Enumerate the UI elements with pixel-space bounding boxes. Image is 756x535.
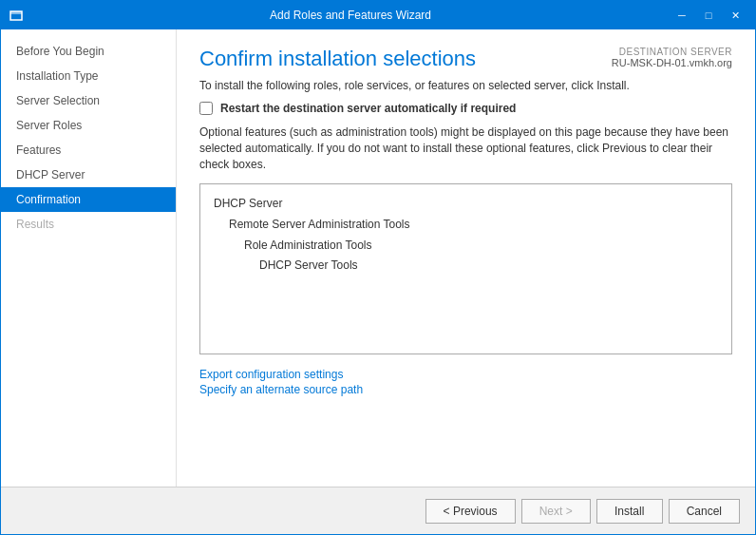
optional-text: Optional features (such as administratio… [199, 124, 732, 172]
features-list: DHCP Server Remote Server Administration… [199, 183, 732, 354]
window-icon [9, 8, 24, 23]
sidebar-item-dhcp-server[interactable]: DHCP Server [1, 162, 176, 187]
alternate-source-link[interactable]: Specify an alternate source path [199, 383, 732, 396]
sidebar-item-server-roles[interactable]: Server Roles [1, 113, 176, 138]
page-header: Confirm installation selections DESTINAT… [177, 29, 755, 79]
window-title: Add Roles and Features Wizard [31, 9, 670, 22]
sidebar-item-confirmation[interactable]: Confirmation [1, 187, 176, 212]
main-content: Before You Begin Installation Type Serve… [1, 29, 755, 487]
sidebar-item-before-you-begin[interactable]: Before You Begin [1, 39, 176, 64]
main-body: To install the following roles, role ser… [177, 79, 755, 487]
previous-button[interactable]: < Previous [425, 499, 516, 524]
instruction-text: To install the following roles, role ser… [199, 79, 732, 92]
sidebar-item-server-selection[interactable]: Server Selection [1, 88, 176, 113]
title-bar: Add Roles and Features Wizard ─ □ ✕ [1, 1, 755, 29]
cancel-button[interactable]: Cancel [669, 499, 740, 524]
feature-item-2: Role Administration Tools [244, 236, 718, 257]
next-button[interactable]: Next > [521, 499, 591, 524]
footer: < Previous Next > Install Cancel [1, 487, 755, 534]
main-panel: Confirm installation selections DESTINAT… [177, 29, 755, 487]
sidebar: Before You Begin Installation Type Serve… [1, 29, 177, 487]
restart-option: Restart the destination server automatic… [199, 102, 732, 115]
window-controls: ─ □ ✕ [670, 6, 747, 25]
destination-server-info: DESTINATION SERVER RU-MSK-DH-01.vmkh.org [612, 47, 732, 68]
restart-label[interactable]: Restart the destination server automatic… [220, 102, 516, 115]
close-button[interactable]: ✕ [723, 6, 747, 25]
sidebar-item-features[interactable]: Features [1, 138, 176, 162]
sidebar-item-results: Results [1, 212, 176, 237]
sidebar-item-installation-type[interactable]: Installation Type [1, 64, 176, 88]
destination-label: DESTINATION SERVER [612, 47, 732, 57]
export-config-link[interactable]: Export configuration settings [199, 368, 732, 381]
feature-item-0: DHCP Server [214, 194, 718, 215]
feature-item-1: Remote Server Administration Tools [229, 215, 718, 236]
wizard-window: Add Roles and Features Wizard ─ □ ✕ Befo… [0, 0, 756, 535]
restart-checkbox[interactable] [199, 102, 213, 115]
minimize-button[interactable]: ─ [670, 6, 694, 25]
install-button[interactable]: Install [596, 499, 663, 524]
links-section: Export configuration settings Specify an… [199, 368, 732, 396]
destination-server-name: RU-MSK-DH-01.vmkh.org [612, 57, 732, 68]
maximize-button[interactable]: □ [696, 6, 721, 25]
page-title: Confirm installation selections [199, 47, 476, 71]
feature-item-3: DHCP Server Tools [259, 256, 718, 277]
svg-rect-1 [10, 11, 22, 14]
